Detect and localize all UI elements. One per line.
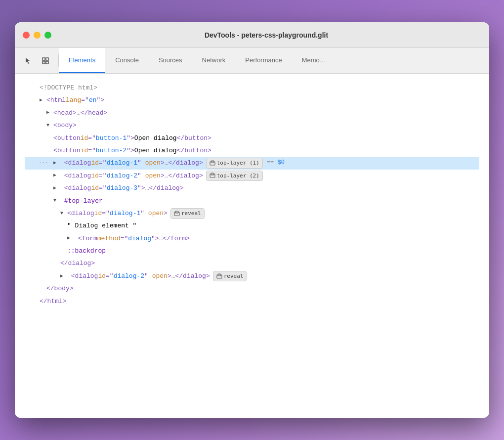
doctype-text: <!DOCTYPE html>	[40, 82, 97, 93]
code-line-backdrop: ::backdrop	[25, 245, 479, 257]
tab-sources[interactable]: Sources	[149, 48, 192, 73]
code-line-head: ▶ <head>…</head>	[25, 107, 479, 119]
code-line-toplayer-dialog1: ▼ <dialog id="dialog-1" open> reveal	[25, 207, 479, 220]
eq-sign: ==	[267, 158, 274, 169]
titlebar: DevTools - peters-css-playground.glit	[15, 22, 489, 48]
minimize-button[interactable]	[34, 32, 41, 39]
dialog-text-value: " Dialog element "	[67, 220, 136, 231]
code-line-dialog1[interactable]: ··· ▶ <dialog id="dialog-1" open>…</dial…	[25, 157, 479, 169]
tab-memory[interactable]: Memo…	[292, 48, 336, 73]
elements-panel: <!DOCTYPE html> ▶ <html lang="en"> ▶ <he…	[15, 74, 489, 418]
expand-dialog1[interactable]: ▶	[53, 159, 60, 168]
dialog-close-tag: </dialog>	[60, 258, 95, 269]
cursor-icon[interactable]	[21, 54, 35, 68]
svg-rect-0	[42, 58, 45, 60]
expand-dialog3[interactable]: ▶	[53, 184, 60, 193]
code-line-html-close: </html>	[25, 295, 479, 308]
code-line-button2: <button id="button-2">Open dialog</butto…	[25, 144, 479, 157]
reveal-badge-2[interactable]: reveal	[213, 271, 247, 282]
code-line-dialog2: ▶ <dialog id="dialog-2" open>…</dialog> …	[25, 170, 479, 182]
code-line-body-open: ▼ <body>	[25, 119, 479, 132]
expand-head[interactable]: ▶	[46, 108, 53, 117]
tab-network[interactable]: Network	[192, 48, 236, 73]
collapse-body[interactable]: ▼	[46, 121, 53, 130]
tab-elements[interactable]: Elements	[59, 48, 105, 73]
line-dots-dialog1: ···	[39, 158, 53, 168]
tab-performance[interactable]: Performance	[235, 48, 292, 73]
traffic-lights	[23, 32, 51, 39]
top-layer-2-badge[interactable]: top-layer (2)	[206, 171, 263, 181]
html-close-tag: </html>	[40, 296, 67, 307]
collapse-toplayer[interactable]: ▼	[53, 196, 60, 205]
reveal-badge-1[interactable]: reveal	[170, 208, 205, 219]
devtools-toolbar	[15, 48, 58, 73]
dollar-sign: $0	[274, 158, 285, 169]
maximize-button[interactable]	[44, 32, 51, 39]
tabsbar: Elements Console Sources Network Perform…	[15, 48, 489, 74]
top-layer-1-badge[interactable]: top-layer (1)	[206, 158, 263, 169]
code-line-body-close: </body>	[25, 282, 479, 295]
collapse-toplayer-dialog1[interactable]: ▼	[60, 209, 67, 218]
code-line-dialog-close: </dialog>	[25, 257, 479, 269]
code-line-button1: <button id="button-1">Open dialog</butto…	[25, 132, 479, 144]
code-line-toplayer-dialog2: ▶ <dialog id="dialog-2" open>…</dialog> …	[25, 270, 479, 282]
code-line-form: ▶ <form method="dialog">…</form>	[25, 232, 479, 245]
window-title: DevTools - peters-css-playground.glit	[51, 31, 481, 39]
svg-rect-2	[42, 61, 45, 64]
code-line-toplayer: ▼ #top-layer	[25, 195, 479, 207]
svg-rect-1	[46, 58, 48, 60]
expand-html[interactable]: ▶	[40, 96, 46, 105]
code-line-html: ▶ <html lang="en">	[25, 94, 479, 106]
code-line-doctype: <!DOCTYPE html>	[25, 82, 479, 94]
expand-dialog2[interactable]: ▶	[53, 171, 60, 180]
code-line-dialog3: ▶ <dialog id="dialog-3">…</dialog>	[25, 182, 479, 194]
code-line-dialog-text: " Dialog element "	[25, 220, 479, 232]
body-close-tag: </body>	[46, 283, 74, 294]
devtools-window: DevTools - peters-css-playground.glit El…	[15, 22, 489, 418]
expand-form[interactable]: ▶	[67, 234, 74, 243]
inspect-icon[interactable]	[39, 54, 52, 68]
expand-toplayer-dialog2[interactable]: ▶	[60, 272, 67, 281]
close-button[interactable]	[23, 32, 30, 39]
backdrop-text: ::backdrop	[67, 245, 106, 257]
svg-rect-3	[46, 61, 48, 64]
tab-console[interactable]: Console	[105, 48, 149, 73]
